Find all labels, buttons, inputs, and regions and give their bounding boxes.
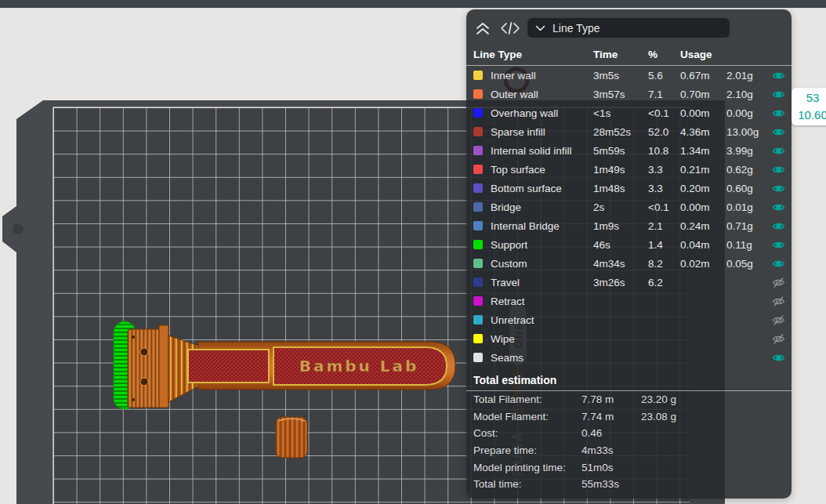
line-type-time: <1s xyxy=(593,107,648,119)
total-value-1: 0.46 xyxy=(581,427,641,439)
visibility-toggle[interactable] xyxy=(766,333,791,345)
collapse-panel-icon[interactable] xyxy=(473,19,493,38)
visibility-toggle[interactable] xyxy=(766,239,791,251)
line-type-length: 0.67m xyxy=(680,70,726,82)
view-mode-dropdown[interactable]: Line Type xyxy=(527,18,730,38)
eye-hidden-icon xyxy=(772,296,785,307)
color-swatch xyxy=(473,108,483,118)
line-type-weight: 3.99g xyxy=(726,145,766,157)
line-type-length: 0.70m xyxy=(680,89,726,100)
panel-header: Line Type xyxy=(466,9,792,44)
line-type-row: Inner wall 3m5s 5.6 0.67m 2.01g xyxy=(466,66,792,85)
layer-number: 53 xyxy=(792,89,826,107)
color-swatch xyxy=(473,165,483,174)
line-type-weight: 13.00g xyxy=(726,126,766,138)
total-label: Prepare time: xyxy=(473,444,581,456)
total-estimation-title: Total estimation xyxy=(466,367,792,391)
line-type-row: Overhang wall <1s <0.1 0.00m 0.00g xyxy=(466,103,792,122)
eye-visible-icon xyxy=(772,164,785,176)
visibility-toggle[interactable] xyxy=(766,258,791,270)
line-type-table-header: Line Type Time % Usage xyxy=(466,44,792,66)
visibility-toggle[interactable] xyxy=(766,126,791,138)
visibility-toggle[interactable] xyxy=(766,277,791,288)
total-estimation-row: Total Filament: 7.78 m 23.20 g xyxy=(466,391,792,408)
visibility-toggle[interactable] xyxy=(766,89,791,100)
col-time: Time xyxy=(593,49,648,60)
line-type-time: 5m59s xyxy=(593,145,648,157)
layer-slider-tooltip: 53 10.60 xyxy=(792,88,826,125)
line-type-table-body: Inner wall 3m5s 5.6 0.67m 2.01g Outer wa… xyxy=(466,66,792,367)
color-swatch xyxy=(473,89,483,99)
line-type-time: 1m9s xyxy=(593,220,648,232)
total-label: Cost: xyxy=(473,427,581,439)
line-type-percent: 10.8 xyxy=(648,145,680,157)
line-type-row: Internal Bridge 1m9s 2.1 0.24m 0.71g xyxy=(466,216,792,235)
line-type-row: Internal solid infill 5m59s 10.8 1.34m 3… xyxy=(466,141,792,160)
total-value-1: 7.74 m xyxy=(581,411,641,422)
line-type-weight: 0.71g xyxy=(726,220,766,232)
eye-hidden-icon xyxy=(772,314,785,326)
line-type-percent: 8.2 xyxy=(648,258,680,270)
eye-visible-icon xyxy=(772,126,785,138)
line-type-length: 0.24m xyxy=(680,220,726,232)
visibility-toggle[interactable] xyxy=(766,314,791,326)
line-type-percent: 1.4 xyxy=(648,239,680,251)
line-type-length: 0.00m xyxy=(680,107,726,119)
line-type-weight: 0.00g xyxy=(726,107,766,119)
line-type-label: Support xyxy=(491,239,527,251)
gcode-view-icon[interactable] xyxy=(500,19,520,38)
line-type-time: 3m26s xyxy=(593,277,648,288)
visibility-toggle[interactable] xyxy=(766,220,791,232)
line-type-length: 0.20m xyxy=(680,183,726,194)
view-mode-selected: Line Type xyxy=(552,22,600,34)
total-estimation-row: Model Filament: 7.74 m 23.08 g xyxy=(466,408,792,426)
color-swatch xyxy=(473,221,483,230)
total-estimation-row: Total time: 55m33s xyxy=(466,476,792,493)
screw-hole xyxy=(140,378,148,386)
line-type-time: 1m49s xyxy=(593,164,648,176)
visibility-toggle[interactable] xyxy=(766,145,791,157)
line-type-label: Travel xyxy=(491,277,520,288)
line-type-row: Support 46s 1.4 0.04m 0.11g xyxy=(466,235,792,254)
total-value-1: 7.78 m xyxy=(581,393,641,405)
line-type-weight: 0.60g xyxy=(726,183,766,194)
line-type-weight: 0.11g xyxy=(726,239,766,251)
layer-height: 10.60 xyxy=(792,107,826,124)
visibility-toggle[interactable] xyxy=(766,296,791,307)
color-swatch xyxy=(473,315,483,325)
visibility-toggle[interactable] xyxy=(766,183,791,194)
cylinder-object[interactable] xyxy=(276,417,307,458)
line-type-length: 1.34m xyxy=(680,145,726,157)
line-type-label: Overhang wall xyxy=(491,107,558,119)
col-line-type: Line Type xyxy=(473,49,593,60)
col-usage: Usage xyxy=(680,49,766,60)
visibility-toggle[interactable] xyxy=(766,201,791,213)
color-swatch xyxy=(473,259,483,268)
total-value-2: 23.08 g xyxy=(641,411,792,422)
line-type-row: Unretract xyxy=(466,310,792,329)
line-type-percent: 7.1 xyxy=(648,89,680,100)
color-swatch xyxy=(473,183,483,193)
visibility-toggle[interactable] xyxy=(766,352,791,364)
line-type-time: 3m57s xyxy=(593,89,648,100)
line-type-row: Retract xyxy=(466,292,792,310)
model-embossed-text: Bambu Lab xyxy=(299,357,419,375)
line-type-label: Sparse infill xyxy=(491,126,545,138)
line-type-label: Seams xyxy=(491,352,523,364)
line-type-label: Bottom surface xyxy=(491,183,562,194)
visibility-toggle[interactable] xyxy=(766,164,791,176)
visibility-toggle[interactable] xyxy=(766,70,791,82)
line-type-percent: 3.3 xyxy=(648,183,680,194)
line-type-weight: 2.01g xyxy=(726,70,766,82)
total-label: Total time: xyxy=(473,478,581,490)
total-estimation-row: Prepare time: 4m33s xyxy=(466,442,792,459)
line-type-row: Custom 4m34s 8.2 0.02m 0.05g xyxy=(466,254,792,273)
line-type-row: Sparse infill 28m52s 52.0 4.36m 13.00g xyxy=(466,122,792,141)
plate-handle-notch xyxy=(13,223,24,234)
line-type-label: Wipe xyxy=(491,333,515,345)
color-swatch xyxy=(473,277,483,287)
line-type-label: Custom xyxy=(491,258,527,270)
line-type-weight: 2.10g xyxy=(726,89,766,100)
visibility-toggle[interactable] xyxy=(766,107,791,119)
line-type-label: Bridge xyxy=(491,201,521,213)
